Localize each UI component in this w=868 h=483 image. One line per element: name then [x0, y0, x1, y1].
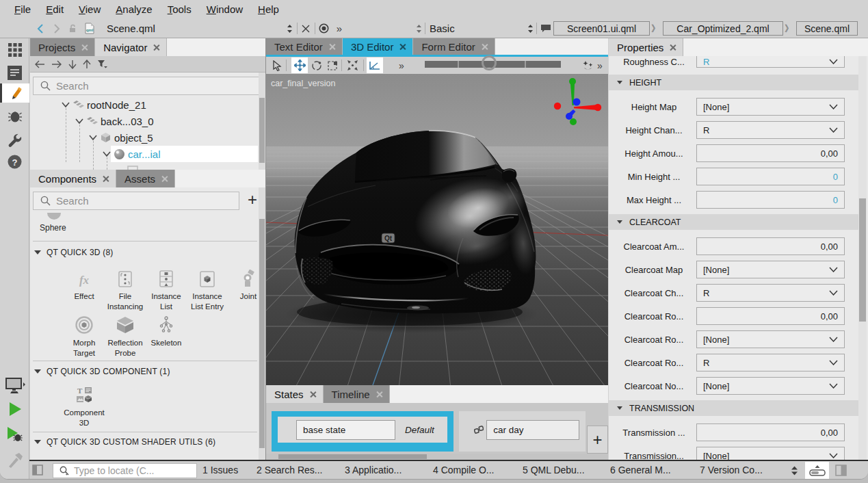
- toolbar-overflow-icon[interactable]: »: [396, 57, 407, 73]
- gizmo-z-negative[interactable]: [566, 113, 573, 120]
- forward-icon[interactable]: [51, 19, 63, 38]
- components-search-input[interactable]: Search: [33, 192, 239, 210]
- property-field[interactable]: [None]: [696, 330, 845, 348]
- output-pane-button[interactable]: 4 Compile O...: [433, 461, 494, 480]
- run-button-icon[interactable]: [0, 402, 29, 417]
- tab[interactable]: Assets: [116, 170, 175, 187]
- tab-close-icon[interactable]: [328, 43, 336, 51]
- output-pane-button[interactable]: 1 Issues: [202, 461, 238, 480]
- navigator-search-input[interactable]: Search: [33, 77, 261, 95]
- section-header[interactable]: QT QUICK 3D COMPONENT (1): [34, 367, 170, 376]
- tab-close-icon[interactable]: [481, 43, 488, 51]
- state-card-base[interactable]: base state Default: [272, 411, 453, 452]
- tab[interactable]: Components: [30, 170, 116, 187]
- style-spin-icon[interactable]: [414, 19, 423, 38]
- tab[interactable]: 3D Editor: [343, 38, 414, 55]
- filter-icon[interactable]: [97, 60, 107, 68]
- section-header[interactable]: QT QUICK 3D CUSTOM SHADER UTILS (6): [34, 437, 215, 447]
- tab[interactable]: Form Editor: [413, 38, 495, 55]
- output-pane-button[interactable]: 5 QML Debu...: [523, 461, 585, 480]
- tab[interactable]: Projects: [30, 38, 95, 56]
- tab-close-icon[interactable]: [153, 44, 160, 51]
- component-item[interactable]: Instance List Entry: [187, 268, 228, 312]
- tab[interactable]: Text Editor: [266, 38, 343, 55]
- debug-run-button-icon[interactable]: [0, 426, 29, 444]
- gizmo-z-positive[interactable]: [573, 99, 581, 106]
- navigator-scrollbar[interactable]: [259, 73, 265, 170]
- menu-item[interactable]: Edit: [38, 0, 71, 19]
- component-item-label[interactable]: Sphere: [40, 223, 66, 233]
- tab-properties[interactable]: Properties: [609, 38, 683, 56]
- gizmo-x-negative[interactable]: [554, 103, 561, 109]
- debug-mode-icon[interactable]: [0, 108, 29, 124]
- tree-item[interactable]: car...ial: [30, 146, 258, 162]
- menu-item[interactable]: Window: [199, 0, 250, 19]
- move-down-icon[interactable]: [68, 60, 77, 69]
- property-field[interactable]: 0,00: [696, 307, 845, 325]
- document-dropdown-icon[interactable]: [285, 19, 294, 38]
- tab-close-icon[interactable]: [376, 391, 383, 398]
- style-dropdown-icon[interactable]: [525, 19, 535, 38]
- tab-close-icon[interactable]: [161, 175, 168, 183]
- annotation-icon[interactable]: [539, 19, 553, 38]
- property-field[interactable]: [None]: [696, 98, 845, 116]
- tree-item[interactable]: object_5: [30, 129, 258, 146]
- slider-handle[interactable]: [482, 55, 497, 70]
- tab[interactable]: States: [266, 385, 324, 403]
- components-scrollbar[interactable]: [259, 187, 265, 460]
- edit-mode-icon[interactable]: [0, 66, 29, 80]
- tab-close-icon[interactable]: [309, 391, 317, 398]
- projects-mode-icon[interactable]: [0, 133, 29, 148]
- tab[interactable]: Navigator: [95, 38, 167, 56]
- property-field[interactable]: R: [696, 121, 845, 139]
- component-item[interactable]: T Component 3D: [64, 384, 105, 428]
- select-tool-icon[interactable]: [269, 57, 285, 73]
- tab-close-icon[interactable]: [102, 175, 109, 183]
- property-field[interactable]: 0: [696, 191, 845, 209]
- property-field[interactable]: [None]: [696, 377, 845, 395]
- welcome-mode-icon[interactable]: [0, 43, 29, 57]
- property-field[interactable]: 0,00: [696, 423, 845, 441]
- output-pane-button[interactable]: 2 Search Res...: [257, 461, 323, 480]
- component-item[interactable]: Instance List: [146, 268, 187, 312]
- fit-view-icon[interactable]: [344, 57, 360, 73]
- tab-close-icon[interactable]: [399, 43, 406, 51]
- tab-close-icon[interactable]: [669, 44, 676, 51]
- tab[interactable]: Timeline: [324, 385, 390, 403]
- move-tool-icon[interactable]: [291, 57, 308, 73]
- tree-item[interactable]: back...03_0: [30, 113, 258, 129]
- component-item[interactable]: Skeleton: [146, 315, 187, 348]
- expander-icon[interactable]: [88, 133, 98, 142]
- design-mode-icon[interactable]: [0, 83, 29, 103]
- section-header-height[interactable]: HEIGHT: [609, 75, 859, 90]
- visibility-options-icon[interactable]: [579, 57, 596, 73]
- component-item[interactable]: fx Effect: [64, 268, 105, 302]
- property-field[interactable]: [None]: [696, 261, 845, 278]
- state-link-icon[interactable]: [474, 425, 484, 435]
- toggle-right-sidebar-icon[interactable]: [835, 465, 847, 476]
- property-dropdown[interactable]: R: [696, 56, 845, 68]
- tab-close-icon[interactable]: [81, 44, 88, 51]
- toolbar-overflow-icon[interactable]: »: [594, 57, 605, 73]
- breadcrumb-item[interactable]: Car_Optimized_2.qml: [663, 21, 783, 36]
- property-field[interactable]: R: [696, 354, 845, 371]
- state-name-field[interactable]: car day: [486, 420, 579, 440]
- expander-icon[interactable]: [75, 116, 84, 126]
- 3d-viewport[interactable]: Qt: [266, 74, 608, 385]
- menu-item[interactable]: View: [71, 0, 108, 19]
- menu-item[interactable]: Analyze: [108, 0, 159, 19]
- property-field[interactable]: 0,00: [696, 144, 845, 162]
- output-pane-button[interactable]: 7 Version Co...: [700, 461, 763, 480]
- section-header-clearcoat[interactable]: CLEARCOAT: [609, 214, 859, 230]
- kit-selector-icon[interactable]: [0, 378, 29, 393]
- tree-item[interactable]: [30, 162, 258, 170]
- gizmo-y-negative[interactable]: [570, 118, 577, 125]
- back-icon[interactable]: [34, 19, 47, 38]
- menu-item[interactable]: Help: [250, 0, 287, 19]
- sphere-item-icon[interactable]: [46, 213, 62, 220]
- breadcrumb-item[interactable]: Scene.qml: [796, 21, 858, 36]
- pane-updown-icon[interactable]: [790, 465, 799, 476]
- property-field[interactable]: R: [696, 284, 845, 302]
- move-up-icon[interactable]: [83, 60, 91, 69]
- locator-input[interactable]: Type to locate (C...: [53, 463, 197, 478]
